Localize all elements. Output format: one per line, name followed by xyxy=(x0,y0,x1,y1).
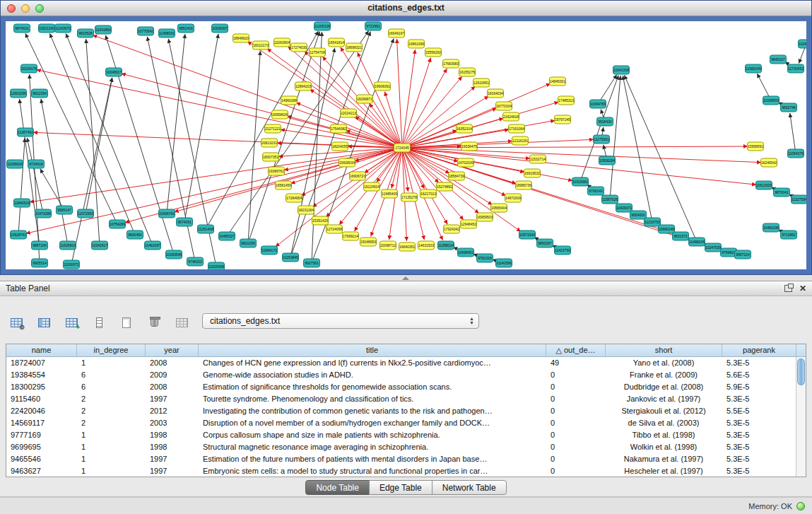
detach-panel-icon[interactable] xyxy=(784,285,792,292)
graph-node[interactable]: 22024213 xyxy=(341,109,357,117)
graph-node[interactable]: 11458091 xyxy=(159,29,175,37)
graph-node[interactable]: 15958591 xyxy=(748,142,764,151)
graph-node[interactable]: 9957214 xyxy=(735,250,751,259)
graph-node[interactable]: 11587926 xyxy=(602,195,618,204)
table-row[interactable]: 946362711997Embryonic stem cells: a mode… xyxy=(6,465,806,477)
graph-node[interactable]: 11532714 xyxy=(530,155,546,163)
graph-node[interactable]: 17284954 xyxy=(286,194,302,202)
graph-node[interactable]: 15274892 xyxy=(437,182,453,191)
graph-node[interactable]: 20813231 xyxy=(261,139,278,147)
graph-node[interactable]: 11054376 xyxy=(788,149,804,158)
graph-node[interactable]: 10680148 xyxy=(659,225,675,233)
graph-node[interactable]: 9734618 xyxy=(28,160,45,168)
graph-node[interactable]: 10936782 xyxy=(159,209,175,218)
graph-node[interactable]: 21624618 xyxy=(503,112,519,121)
graph-node[interactable]: 14631503 xyxy=(418,241,435,250)
graph-node[interactable]: 10521340 xyxy=(39,24,55,33)
splitter-handle-icon[interactable] xyxy=(402,276,409,280)
graph-node[interactable]: 19124504 xyxy=(364,182,380,191)
graph-node[interactable]: 10473286 xyxy=(35,209,52,218)
graph-node[interactable]: 10450196 xyxy=(763,223,779,232)
graph-node[interactable]: 9603528 xyxy=(78,29,94,37)
memory-status-indicator[interactable] xyxy=(796,502,805,510)
column-header-year[interactable]: year xyxy=(146,344,199,356)
column-chooser-icon[interactable] xyxy=(35,314,53,331)
graph-node[interactable]: 20098712 xyxy=(380,241,396,250)
window-titlebar[interactable]: citations_edges.txt xyxy=(1,1,811,16)
graph-node[interactable]: 16155275 xyxy=(459,68,476,76)
close-button[interactable] xyxy=(7,4,16,13)
graph-node[interactable]: 11730452 xyxy=(788,64,804,73)
graph-node[interactable]: 14960288 xyxy=(281,96,298,105)
graph-node[interactable]: 17699214 xyxy=(343,232,359,240)
network-canvas[interactable]: 1724045188496201601217322063904172740301… xyxy=(6,21,808,271)
close-panel-icon[interactable]: ✕ xyxy=(799,284,806,293)
graph-node[interactable]: 10485327 xyxy=(219,232,235,240)
graph-node[interactable]: 17544382 xyxy=(331,124,347,133)
table-row[interactable]: 946554611997Estimation of the future num… xyxy=(6,453,806,465)
graph-node[interactable]: 10770542 xyxy=(138,27,154,35)
graph-node[interactable]: 10315682 xyxy=(572,177,589,186)
graph-node[interactable]: 9887206 xyxy=(32,241,48,250)
table-row[interactable]: 969969511998Structural magnetic resonanc… xyxy=(6,441,806,453)
graph-node[interactable]: 11205328 xyxy=(314,22,331,30)
graph-node[interactable]: 18584739 xyxy=(449,172,465,180)
graph-node[interactable]: 12610651 xyxy=(473,78,490,87)
graph-node[interactable]: 9852416 xyxy=(178,24,194,33)
graph-node[interactable]: 16012173 xyxy=(253,41,269,49)
graph-node[interactable]: 18307351 xyxy=(263,153,279,161)
graph-node[interactable]: 14702039 xyxy=(458,158,474,167)
graph-node[interactable]: 10183546 xyxy=(166,250,182,259)
graph-node[interactable]: 11327584 xyxy=(792,195,808,204)
graph-node[interactable]: 12485409 xyxy=(382,189,398,198)
graph-node[interactable]: 9874631 xyxy=(14,24,30,33)
graph-node[interactable]: 15048953 xyxy=(360,238,377,246)
panel-splitter[interactable] xyxy=(0,275,812,281)
table-row[interactable]: 1456911722003Disruption of a novel membe… xyxy=(6,417,806,429)
graph-node[interactable]: 10648917 xyxy=(106,68,122,76)
graph-node[interactable]: 15556292 xyxy=(425,48,442,57)
graph-node[interactable]: 17683983 xyxy=(443,59,459,68)
graph-node[interactable]: 9674091 xyxy=(177,218,193,226)
graph-node[interactable]: 11625803 xyxy=(60,241,76,250)
graph-node[interactable]: 16217013 xyxy=(420,189,437,198)
graph-node[interactable]: 11216753 xyxy=(645,218,661,226)
graph-node[interactable]: 9831572 xyxy=(673,232,689,240)
graph-node[interactable]: 9692748 xyxy=(781,103,797,112)
graph-node[interactable]: 10234175 xyxy=(21,64,37,73)
graph-node[interactable]: 16959503 xyxy=(477,213,493,221)
graph-node[interactable]: 21271221 xyxy=(265,124,281,133)
graph-node[interactable]: 17161064 xyxy=(509,124,525,133)
graph-node[interactable]: 17924342 xyxy=(444,225,460,233)
graph-node[interactable]: 19861096 xyxy=(408,40,425,48)
column-header-out-de-[interactable]: △ out_de… xyxy=(546,344,606,356)
rows-icon[interactable] xyxy=(90,314,108,331)
graph-node[interactable]: 16958626 xyxy=(272,110,288,119)
graph-node[interactable]: 19565404 xyxy=(491,204,507,212)
graph-node[interactable]: 12894203 xyxy=(295,82,312,90)
graph-node[interactable]: 18204055 xyxy=(332,142,348,151)
graph-node[interactable]: 10613925 xyxy=(756,181,772,189)
graph-node[interactable]: 10263845 xyxy=(283,253,299,262)
graph-node[interactable]: 9876041 xyxy=(774,188,790,197)
table-settings-icon[interactable]: ⚙ xyxy=(7,314,25,331)
graph-node[interactable]: 9836450 xyxy=(127,230,143,239)
table-row[interactable]: 2242004622012Investigating the contribut… xyxy=(6,405,806,417)
table-row[interactable]: 1872400712008Changes of HCN gene express… xyxy=(6,357,806,369)
table-selector-dropdown[interactable]: citations_edges.txt ▲▼ xyxy=(202,313,479,329)
graph-node[interactable]: 12041863 xyxy=(95,25,112,34)
graph-node[interactable]: 9810259 xyxy=(240,239,257,247)
graph-node[interactable]: 10754289 xyxy=(110,220,126,228)
graph-node[interactable]: 11243970 xyxy=(55,24,71,33)
graph-node[interactable]: 9965147 xyxy=(57,206,73,214)
tab-network-table[interactable]: Network Table xyxy=(432,480,507,495)
graph-node[interactable]: 18698321 xyxy=(346,43,363,52)
graph-node[interactable]: 11498206 xyxy=(689,238,705,246)
graph-node[interactable]: 9893267 xyxy=(537,239,553,247)
graph-node[interactable]: 9748203 xyxy=(187,257,204,266)
graph-node[interactable]: 12754708 xyxy=(310,48,326,57)
graph-node[interactable]: 16770334 xyxy=(496,102,512,110)
graph-node[interactable]: 10168593 xyxy=(763,96,779,105)
graph-node[interactable]: 16840351 xyxy=(399,243,416,251)
graph-node[interactable]: 10342917 xyxy=(92,241,108,250)
